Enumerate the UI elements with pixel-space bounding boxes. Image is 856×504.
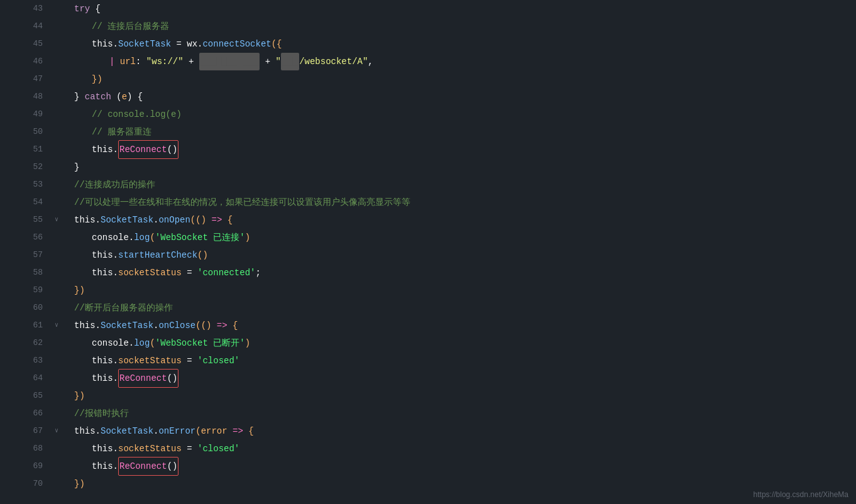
fold-line-56 [50,229,68,246]
fold-line-57 [50,246,68,264]
fold-line-51 [50,141,68,158]
line-62: console.log('WebSocket 已断开') [74,334,856,352]
line-58: this.socketStatus = 'connected'; [74,264,856,282]
fold-line-53 [50,176,68,194]
line-60: //断开后台服务器的操作 [74,299,856,317]
line-53: //连接成功后的操作 [74,176,856,194]
fold-line-70 [50,475,68,493]
code-lines: try { // 连接后台服务器 this.SocketTask = wx.co… [68,0,856,504]
line-52: } [74,158,856,176]
line-43: try { [74,0,856,18]
fold-gutter [50,0,68,504]
fold-line-55[interactable] [50,211,68,229]
fold-line-49 [50,106,68,123]
line-45: this.SocketTask = wx.connectSocket({ [74,35,856,53]
line-47: }) [74,70,856,88]
line-49: // console.log(e) [74,106,856,123]
line-numbers: 43 44 45 46 47 48 49 50 51 52 53 54 55 5… [0,0,50,504]
fold-line-64 [50,370,68,387]
line-50: // 服务器重连 [74,123,856,141]
line-56: console.log('WebSocket 已连接') [74,229,856,246]
fold-line-67[interactable] [50,422,68,440]
fold-line-54 [50,194,68,211]
fold-line-60 [50,299,68,317]
line-68: this.socketStatus = 'closed' [74,440,856,457]
fold-line-58 [50,264,68,282]
fold-line-68 [50,440,68,457]
line-48: } catch ( e ) { [74,88,856,106]
line-67: this.SocketTask.onError(error => { [74,422,856,440]
fold-line-59 [50,282,68,299]
fold-line-45 [50,35,68,53]
code-editor: 43 44 45 46 47 48 49 50 51 52 53 54 55 5… [0,0,856,504]
line-69: this.ReConnect() [74,457,856,475]
line-66: //报错时执行 [74,405,856,422]
line-65: }) [74,387,856,405]
fold-line-46 [50,53,68,70]
fold-line-69 [50,457,68,475]
line-64: this.ReConnect() [74,370,856,387]
fold-line-43[interactable] [50,0,68,18]
watermark: https://blog.csdn.net/XiheMa [754,490,848,499]
fold-line-65 [50,387,68,405]
line-63: this.socketStatus = 'closed' [74,352,856,370]
fold-line-52 [50,158,68,176]
fold-line-63 [50,352,68,370]
fold-line-66 [50,405,68,422]
line-54: //可以处理一些在线和非在线的情况，如果已经连接可以设置该用户头像高亮显示等等 [74,194,856,211]
line-51: this.ReConnect() [74,141,856,158]
fold-line-50 [50,123,68,141]
fold-line-61[interactable] [50,317,68,334]
line-61: this.SocketTask.onClose(() => { [74,317,856,334]
line-59: }) [74,282,856,299]
fold-line-44 [50,18,68,35]
line-70: }) [74,475,856,493]
line-46: | url : "ws://" + ███ ███ ███ + "███/web… [74,53,856,70]
fold-line-47 [50,70,68,88]
fold-line-62 [50,334,68,352]
line-44: // 连接后台服务器 [74,18,856,35]
line-57: this.startHeartCheck() [74,246,856,264]
fold-line-48[interactable] [50,88,68,106]
line-55: this.SocketTask.onOpen(() => { [74,211,856,229]
